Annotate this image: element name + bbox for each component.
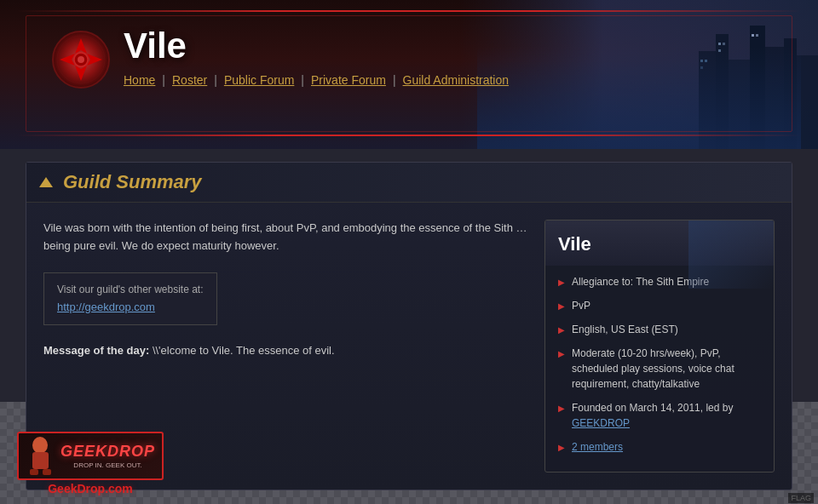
bullet-arrow-icon-6: ▶ — [558, 441, 565, 454]
visit-label: Visit our guild's other website at: — [57, 284, 204, 295]
motd-label: Message of the day: — [43, 344, 149, 357]
page-wrapper: Vile Home | Roster | Public Forum | Priv… — [0, 0, 818, 504]
language-text: English, US East (EST) — [572, 322, 678, 337]
founder-link[interactable]: GEEKDROP — [572, 417, 630, 429]
bullet-arrow-icon: ▶ — [558, 276, 565, 289]
guild-name-area: Vile Home | Roster | Public Forum | Priv… — [124, 26, 509, 87]
section-arrow-icon — [39, 177, 53, 187]
visit-box: Visit our guild's other website at: http… — [43, 272, 217, 325]
guild-card-body: ▶ Allegiance to: The Sith Empire ▶ PvP ▶ — [545, 266, 774, 472]
header: Vile Home | Roster | Public Forum | Priv… — [0, 0, 818, 149]
nav-sep-2: | — [214, 73, 217, 87]
visit-url[interactable]: http://geekdrop.com — [57, 301, 155, 313]
svg-rect-26 — [30, 469, 38, 475]
svg-rect-25 — [32, 452, 49, 469]
header-accent-top — [17, 10, 801, 12]
nav-private-forum[interactable]: Private Forum — [311, 73, 386, 87]
info-members: ▶ 2 members — [558, 439, 761, 455]
watermark-brand-text: GEEKDROP DROP IN. GEEK OUT. — [60, 443, 155, 469]
summary-description: Vile was born with the intention of bein… — [43, 220, 527, 255]
section-header: Guild Summary — [26, 163, 792, 203]
guild-card-header: Vile — [545, 220, 774, 266]
info-playstyle: ▶ PvP — [558, 298, 761, 313]
motd-content: \\'elcome to Vile. The essence of evil. — [153, 344, 335, 357]
bullet-arrow-icon-4: ▶ — [558, 347, 565, 360]
members-link[interactable]: 2 members — [572, 439, 623, 455]
bullet-arrow-icon-2: ▶ — [558, 300, 565, 312]
nav-sep-1: | — [162, 73, 165, 87]
guild-card-name: Vile — [558, 233, 761, 255]
bullet-arrow-icon-5: ▶ — [558, 402, 565, 415]
nav-sep-3: | — [301, 73, 304, 87]
activity-text: Moderate (10-20 hrs/week), PvP, schedule… — [572, 346, 761, 392]
nav-home[interactable]: Home — [124, 73, 155, 87]
info-founded: ▶ Founded on March 14, 2011, led by GEEK… — [558, 400, 761, 431]
playstyle-text: PvP — [572, 298, 590, 313]
header-accent-bottom — [17, 135, 801, 136]
guild-logo — [51, 30, 111, 89]
nav-public-forum[interactable]: Public Forum — [224, 73, 294, 87]
svg-point-22 — [78, 56, 84, 63]
motd: Message of the day: \\'elcome to Vile. T… — [43, 342, 527, 359]
watermark-url: GeekDrop.com — [48, 482, 133, 495]
navigation: Home | Roster | Public Forum | Private F… — [124, 73, 509, 87]
nav-sep-4: | — [393, 73, 396, 87]
nav-roster[interactable]: Roster — [172, 73, 207, 87]
guild-info-card: Vile ▶ Allegiance to: The Sith Empire ▶ — [544, 220, 775, 472]
bullet-arrow-icon-3: ▶ — [558, 324, 565, 336]
section-title: Guild Summary — [63, 171, 202, 193]
info-activity: ▶ Moderate (10-20 hrs/week), PvP, schedu… — [558, 346, 761, 392]
founded-text: Founded on March 14, 2011, led by GEEKDR… — [572, 400, 761, 431]
svg-point-24 — [32, 437, 48, 454]
watermark-logo: GEEKDROP DROP IN. GEEK OUT. GeekDrop.com — [17, 432, 164, 495]
info-language: ▶ English, US East (EST) — [558, 322, 761, 337]
svg-rect-27 — [43, 469, 51, 475]
watermark-logo-box: GEEKDROP DROP IN. GEEK OUT. — [17, 432, 164, 480]
nav-guild-admin[interactable]: Guild Administration — [403, 73, 510, 87]
watermark: GEEKDROP DROP IN. GEEK OUT. GeekDrop.com — [17, 432, 164, 495]
guild-name-title: Vile — [124, 26, 509, 66]
